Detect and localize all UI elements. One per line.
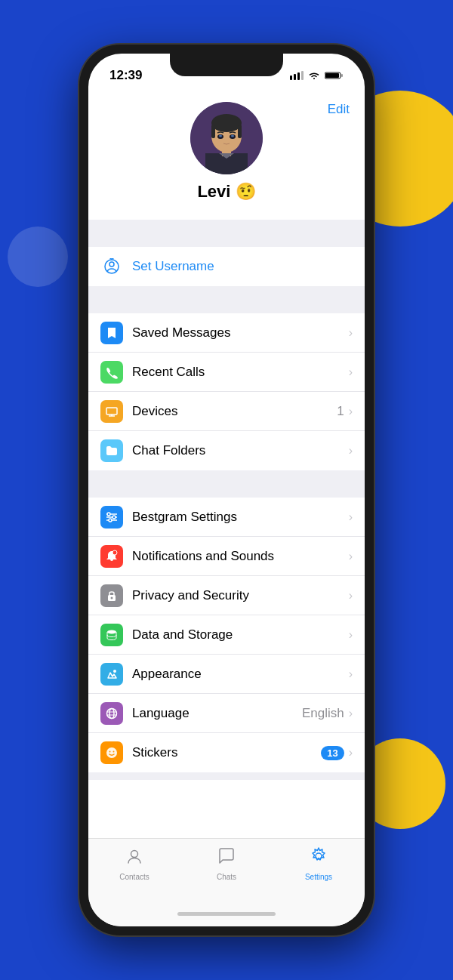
- settings-tab-icon: [309, 846, 328, 871]
- svg-point-16: [219, 135, 222, 137]
- section-gap-2: [88, 286, 365, 313]
- svg-rect-6: [341, 74, 343, 77]
- recent-calls-chevron: ›: [349, 365, 353, 379]
- devices-chevron: ›: [349, 405, 353, 418]
- appearance-item[interactable]: Appearance ›: [88, 655, 365, 694]
- language-item[interactable]: Language English ›: [88, 694, 365, 733]
- bottom-padding: [88, 772, 365, 780]
- section-1: Saved Messages › Recent Calls ›: [88, 313, 365, 470]
- wifi-icon: [308, 71, 320, 80]
- stickers-badge: 13: [321, 746, 344, 760]
- username-icon: [100, 255, 123, 278]
- appearance-icon: [100, 663, 123, 686]
- chats-tab-label: Chats: [217, 873, 236, 881]
- stickers-icon: [100, 741, 123, 764]
- chat-folders-item[interactable]: Chat Folders ›: [88, 431, 365, 470]
- bestgram-settings-icon: [100, 506, 123, 529]
- svg-point-29: [107, 513, 110, 516]
- section-gap-1: [88, 220, 365, 247]
- svg-rect-0: [290, 76, 292, 80]
- notifications-item[interactable]: Notifications and Sounds ›: [88, 537, 365, 576]
- saved-messages-chevron: ›: [349, 326, 353, 340]
- notch: [170, 54, 283, 76]
- svg-rect-23: [106, 408, 117, 414]
- svg-rect-5: [325, 73, 339, 78]
- contacts-tab-icon: [125, 846, 144, 871]
- svg-point-35: [107, 630, 116, 633]
- language-icon: [100, 702, 123, 725]
- data-storage-icon: [100, 624, 123, 646]
- edit-button[interactable]: Edit: [328, 102, 350, 117]
- privacy-item[interactable]: Privacy and Security ›: [88, 576, 365, 615]
- contacts-tab-label: Contacts: [119, 873, 149, 881]
- language-chevron: ›: [349, 707, 353, 720]
- stickers-chevron: ›: [349, 746, 353, 760]
- svg-point-30: [112, 516, 116, 519]
- svg-point-42: [109, 751, 111, 753]
- recent-calls-icon: [100, 361, 123, 384]
- bestgram-settings-item[interactable]: Bestgram Settings ›: [88, 498, 365, 537]
- svg-point-11: [211, 114, 242, 132]
- svg-point-31: [109, 519, 112, 522]
- recent-calls-item[interactable]: Recent Calls ›: [88, 353, 365, 392]
- data-storage-chevron: ›: [349, 628, 353, 642]
- tab-settings[interactable]: Settings: [288, 846, 349, 881]
- language-label: Language: [132, 706, 302, 721]
- avatar[interactable]: [190, 102, 263, 174]
- settings-tab-label: Settings: [305, 873, 332, 881]
- phone-shell: 12:39: [79, 45, 374, 935]
- svg-point-17: [231, 135, 234, 137]
- saved-messages-item[interactable]: Saved Messages ›: [88, 313, 365, 353]
- svg-rect-3: [301, 71, 304, 80]
- set-username-label: Set Username: [132, 259, 353, 274]
- svg-rect-12: [211, 125, 215, 138]
- tab-contacts[interactable]: Contacts: [104, 846, 165, 881]
- profile-name: Levi 🤨: [197, 182, 255, 202]
- devices-value: 1: [337, 404, 344, 419]
- recent-calls-label: Recent Calls: [132, 365, 349, 380]
- saved-messages-icon: [100, 322, 123, 344]
- avatar-image: [190, 102, 263, 174]
- appearance-label: Appearance: [132, 667, 349, 682]
- chats-tab-icon: [217, 846, 236, 871]
- chat-folders-icon: [100, 439, 123, 462]
- devices-icon: [100, 400, 123, 423]
- language-value: English: [302, 706, 344, 721]
- privacy-icon: [100, 584, 123, 607]
- svg-point-34: [111, 596, 113, 599]
- svg-rect-1: [294, 74, 296, 80]
- svg-point-44: [131, 851, 138, 858]
- svg-point-38: [109, 708, 114, 718]
- home-indicator: [88, 901, 365, 926]
- chat-folders-chevron: ›: [349, 444, 353, 458]
- bestgram-settings-chevron: ›: [349, 510, 353, 524]
- notifications-chevron: ›: [349, 550, 353, 563]
- stickers-label: Stickers: [132, 745, 321, 760]
- svg-rect-2: [297, 72, 300, 80]
- svg-point-41: [106, 747, 117, 758]
- bg-decoration-white: [8, 227, 68, 287]
- signal-icon: [290, 71, 304, 80]
- notifications-icon: [100, 545, 123, 568]
- svg-point-19: [109, 262, 114, 267]
- tab-chats[interactable]: Chats: [196, 846, 257, 881]
- svg-point-37: [107, 708, 117, 718]
- set-username-item[interactable]: Set Username: [88, 247, 365, 286]
- privacy-chevron: ›: [349, 589, 353, 602]
- svg-point-36: [113, 670, 116, 673]
- appearance-chevron: ›: [349, 667, 353, 681]
- home-bar: [177, 912, 276, 916]
- chat-folders-label: Chat Folders: [132, 443, 349, 458]
- battery-icon: [325, 71, 344, 80]
- notifications-label: Notifications and Sounds: [132, 549, 349, 564]
- devices-item[interactable]: Devices 1 ›: [88, 392, 365, 431]
- status-icons: [290, 71, 344, 80]
- data-storage-item[interactable]: Data and Storage ›: [88, 615, 365, 655]
- bestgram-settings-label: Bestgram Settings: [132, 510, 349, 525]
- status-time: 12:39: [109, 68, 142, 83]
- scroll-content: Edit: [88, 87, 365, 838]
- section-2: Bestgram Settings › Notifications and So…: [88, 498, 365, 772]
- data-storage-label: Data and Storage: [132, 627, 349, 643]
- profile-section: Edit: [88, 87, 365, 220]
- stickers-item[interactable]: Stickers 13 ›: [88, 733, 365, 772]
